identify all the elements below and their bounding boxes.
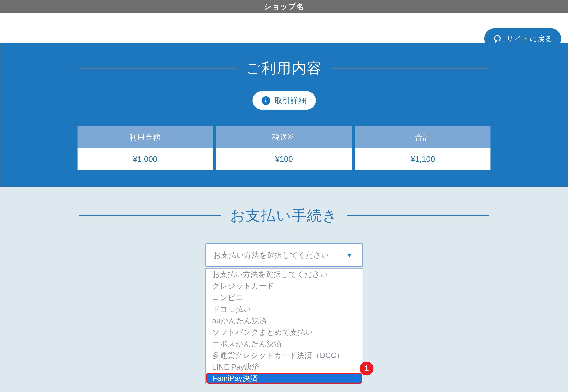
amount-header: 利用金額 xyxy=(77,126,213,148)
payment-option[interactable]: クレジットカード xyxy=(206,280,362,292)
payment-method-select[interactable]: お支払い方法を選択してください ▼ xyxy=(205,243,363,267)
dropdown-arrow-icon: ▼ xyxy=(346,252,353,258)
heading-rule-left xyxy=(79,215,221,216)
transaction-detail-button[interactable]: i 取引詳細 xyxy=(252,91,316,110)
payment-option[interactable]: コンビニ xyxy=(206,292,362,303)
amount-column: 利用金額 ¥1,000 xyxy=(77,126,213,170)
payment-option[interactable]: お支払い方法を選択してください xyxy=(206,269,362,280)
payment-option[interactable]: エポスかんたん決済 xyxy=(206,338,362,350)
heading-rule-right xyxy=(347,215,489,216)
tax-shipping-value: ¥100 xyxy=(216,148,352,170)
payment-option[interactable]: ドコモ払い xyxy=(206,303,362,315)
usage-title: ご利用内容 xyxy=(246,59,322,77)
info-icon: i xyxy=(262,96,270,105)
amount-value: ¥1,000 xyxy=(77,148,213,170)
payment-option[interactable]: auかんたん決済 xyxy=(206,315,362,327)
payment-option[interactable]: ソフトバンクまとめて支払い xyxy=(206,326,362,338)
payment-section-heading: お支払い手続き xyxy=(79,187,489,224)
heading-rule-right xyxy=(331,68,489,68)
payment-section: お支払い手続き お支払い方法を選択してください ▼ お支払い方法を選択してくださ… xyxy=(0,187,568,392)
return-arrow-icon xyxy=(493,34,502,43)
amount-summary-table: 利用金額 ¥1,000 税送料 ¥100 合計 ¥1,100 xyxy=(77,126,490,170)
total-value: ¥1,100 xyxy=(355,148,490,170)
back-to-site-label: サイトに戻る xyxy=(506,34,553,43)
annotation-step-badge: 1 xyxy=(360,362,373,375)
payment-option[interactable]: 多通貨クレジットカード決済（DCC） xyxy=(206,350,362,361)
checkout-page: ショップ名 サイトに戻る ご利用内容 i 取引詳細 利用金額 xyxy=(0,0,568,392)
usage-section: ご利用内容 i 取引詳細 利用金額 ¥1,000 税送料 ¥100 合計 ¥1,… xyxy=(0,43,568,187)
total-column: 合計 ¥1,100 xyxy=(355,126,490,170)
tax-shipping-column: 税送料 ¥100 xyxy=(216,126,352,170)
payment-method-dropdown: お支払い方法を選択してください クレジットカード コンビニ ドコモ払い auかん… xyxy=(205,268,363,384)
usage-section-heading: ご利用内容 xyxy=(79,43,489,77)
heading-rule-left xyxy=(79,68,237,68)
shop-name-bar: ショップ名 xyxy=(0,0,568,13)
sub-header-bar: サイトに戻る xyxy=(0,13,568,43)
payment-title: お支払い手続き xyxy=(230,206,338,224)
shop-name: ショップ名 xyxy=(264,1,304,11)
back-to-site-button[interactable]: サイトに戻る xyxy=(484,28,561,49)
transaction-detail-label: 取引詳細 xyxy=(275,95,306,106)
payment-method-select-value: お支払い方法を選択してください xyxy=(213,250,329,260)
payment-option-famipay-selected[interactable]: FamiPay決済 xyxy=(206,373,362,384)
tax-shipping-header: 税送料 xyxy=(216,126,352,148)
payment-option[interactable]: LINE Pay決済 xyxy=(206,361,362,373)
total-header: 合計 xyxy=(355,126,490,148)
